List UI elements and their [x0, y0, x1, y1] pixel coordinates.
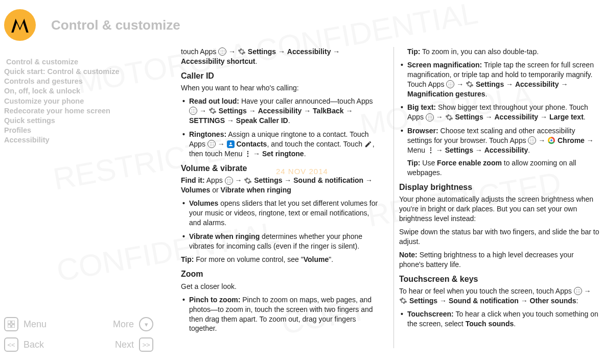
- display-note: Note: Setting brightness to a high level…: [399, 250, 600, 270]
- page-title: Control & customize: [51, 17, 180, 33]
- bottom-nav: Menu More ▾ << Back Next >>: [2, 314, 155, 355]
- apps-icon: [446, 80, 454, 88]
- item-screen-magnification: Screen magnification: Triple tap the scr…: [399, 60, 600, 99]
- back-icon: <<: [4, 337, 18, 352]
- pencil-icon: [364, 140, 373, 148]
- item-volumes: Volumes opens sliders that let you set d…: [181, 199, 382, 228]
- sidebar-item-8[interactable]: Accessibility: [0, 135, 158, 145]
- motorola-logo: [4, 9, 36, 41]
- item-touchscreen: Touchscreen: To hear a click when you to…: [399, 309, 600, 329]
- heading-touchscreen: Touchscreen & keys: [399, 274, 600, 285]
- sidebar-item-1[interactable]: Quick start: Control & customize: [0, 67, 158, 77]
- more-label: More: [113, 319, 134, 330]
- item-vibrate: Vibrate when ringing determines whether …: [181, 232, 382, 251]
- sidebar-item-0[interactable]: Control & customize: [0, 57, 158, 67]
- sidebar-item-4[interactable]: Customize your phone: [0, 96, 158, 106]
- menu-dots-icon: ⋮: [427, 146, 434, 154]
- apps-icon: [426, 113, 434, 122]
- sidebar-item-6[interactable]: Quick settings: [0, 116, 158, 126]
- heading-caller-id: Caller ID: [181, 70, 382, 82]
- zoom-tip: Tip: To zoom in, you can also double-tap…: [399, 47, 600, 57]
- content-area: touch Apps → Settings → Accessibility → …: [181, 47, 600, 353]
- item-browser: Browser: Choose text scaling and other a…: [399, 126, 600, 177]
- gear-icon: [399, 297, 407, 305]
- gear-icon: [238, 47, 246, 56]
- next-button[interactable]: Next >>: [115, 337, 153, 352]
- heading-display-brightness: Display brightness: [399, 182, 600, 193]
- topic-sidebar: Control & customize Quick start: Control…: [0, 57, 158, 145]
- apps-icon: [207, 140, 216, 148]
- menu-grid-icon: [4, 317, 18, 331]
- heading-volume: Volume & vibrate: [181, 163, 382, 174]
- svg-rect-3: [12, 325, 15, 328]
- caller-id-lead: When you want to hear who's calling:: [181, 83, 382, 93]
- apps-icon: [574, 287, 582, 295]
- gear-icon: [244, 177, 252, 185]
- menu-button[interactable]: Menu: [4, 317, 47, 331]
- content-column-2: Tip: To zoom in, you can also double-tap…: [399, 47, 600, 353]
- item-pinch-zoom: Pinch to zoom: Pinch to zoom on maps, we…: [181, 295, 382, 334]
- zoom-lead: Get a closer look.: [181, 282, 382, 292]
- intro-shortcut: touch Apps → Settings → Accessibility → …: [181, 47, 382, 66]
- contacts-icon: [227, 140, 235, 148]
- sidebar-item-7[interactable]: Profiles: [0, 126, 158, 135]
- heading-zoom: Zoom: [181, 269, 382, 280]
- chrome-icon: [547, 136, 555, 144]
- next-icon: >>: [139, 337, 153, 352]
- svg-rect-0: [8, 321, 11, 324]
- gear-icon: [445, 113, 453, 122]
- display-p1: Your phone automatically adjusts the scr…: [399, 195, 600, 224]
- more-down-icon: ▾: [139, 317, 153, 331]
- gear-icon: [466, 80, 474, 88]
- menu-label: Menu: [24, 319, 47, 330]
- touch-lead: To hear or feel when you touch the scree…: [399, 286, 600, 306]
- back-label: Back: [24, 339, 44, 350]
- apps-icon: [189, 107, 197, 115]
- svg-rect-2: [8, 325, 11, 328]
- menu-dots-icon: ⋮: [244, 150, 251, 158]
- gear-icon: [209, 107, 217, 115]
- motorola-m-icon: [9, 14, 31, 36]
- svg-rect-1: [12, 321, 15, 324]
- item-ringtones: Ringtones: Assign a unique ringtone to a…: [181, 130, 382, 159]
- volume-tip: Tip: For more on volume control, see "Vo…: [181, 255, 382, 264]
- apps-icon: [528, 136, 536, 144]
- more-button[interactable]: More ▾: [113, 317, 153, 331]
- volume-findit: Find it: Apps → Settings → Sound & notif…: [181, 176, 382, 195]
- display-p2: Swipe down the status bar with two finge…: [399, 227, 600, 247]
- content-column-1: touch Apps → Settings → Accessibility → …: [181, 47, 382, 353]
- next-label: Next: [115, 339, 134, 350]
- apps-icon: [225, 177, 233, 185]
- back-button[interactable]: << Back: [4, 337, 44, 352]
- sidebar-item-5[interactable]: Redecorate your home screen: [0, 106, 158, 116]
- item-read-out-loud: Read out loud: Have your caller announce…: [181, 96, 382, 126]
- item-big-text: Big text: Show bigger text throughout yo…: [399, 103, 600, 122]
- sidebar-item-2[interactable]: Controls and gestures: [0, 77, 158, 86]
- apps-icon: [218, 47, 226, 56]
- sidebar-item-3[interactable]: On, off, lock & unlock: [0, 86, 158, 96]
